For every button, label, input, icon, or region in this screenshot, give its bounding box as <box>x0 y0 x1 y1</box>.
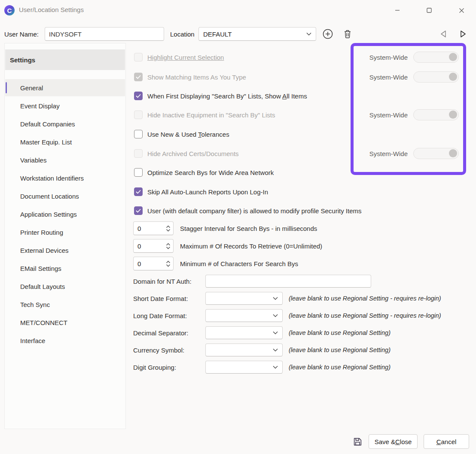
titlebar: C User/Location Settings <box>0 0 476 21</box>
system-wide-toggle-1[interactable] <box>413 52 459 63</box>
close-icon <box>459 8 464 13</box>
nav-next-button[interactable] <box>458 29 468 39</box>
long-date-format-select[interactable] <box>205 309 283 322</box>
checkbox-optimize-search-bys[interactable] <box>134 168 143 177</box>
cancel-button[interactable]: Cancel <box>424 434 469 449</box>
option-row-optimize-search-bys: Optimize Search Bys for Wide Area Networ… <box>134 167 274 178</box>
close-button[interactable] <box>452 3 471 17</box>
system-wide-row-2: System-Wide <box>357 71 459 83</box>
toggle-knob <box>449 149 457 157</box>
digit-grouping-select[interactable] <box>205 361 283 374</box>
sidebar-item-interface[interactable]: Interface <box>5 332 125 349</box>
max-records-spinner[interactable]: 0 <box>133 239 174 253</box>
system-wide-toggle-3[interactable] <box>413 109 459 120</box>
regional-setting-hint: (leave blank to use Regional Setting - r… <box>289 312 441 319</box>
regional-setting-hint: (leave blank to use Regional Setting) <box>289 329 391 336</box>
toggle-knob <box>449 110 457 119</box>
sidebar-item-printer-routing[interactable]: Printer Routing <box>5 224 125 241</box>
spinner-up-icon[interactable] <box>166 225 171 228</box>
location-select[interactable]: DEFAULT <box>198 27 316 41</box>
maximize-button[interactable] <box>420 3 439 17</box>
system-wide-label: System-Wide <box>369 54 408 61</box>
delete-location-button[interactable] <box>343 28 352 40</box>
toggle-knob <box>449 73 457 81</box>
spinner-up-icon[interactable] <box>166 243 171 246</box>
checkbox-skip-auto-launch-reports[interactable] <box>134 187 143 196</box>
save-icon-button[interactable] <box>351 436 363 448</box>
short-date-format-label: Short Date Format: <box>133 295 205 302</box>
long-date-format-label: Long Date Format: <box>133 312 205 319</box>
spinner-down-icon[interactable] <box>166 264 171 267</box>
option-label: Skip All Auto-Launch Reports Upon Log-In <box>147 188 268 196</box>
min-characters-spinner[interactable]: 0 <box>133 257 174 270</box>
check-icon <box>136 190 141 194</box>
short-date-format-select[interactable] <box>205 292 283 305</box>
sidebar-item-email-settings[interactable]: EMail Settings <box>5 260 125 277</box>
sidebar-item-met-connect[interactable]: MET/CONNECT <box>5 314 125 331</box>
checkbox-show-all-items[interactable] <box>134 92 143 100</box>
user-name-input[interactable] <box>45 27 164 41</box>
checkbox-hide-inactive-equipment[interactable] <box>134 110 143 119</box>
sidebar-item-default-companies[interactable]: Default Companies <box>5 115 125 132</box>
regional-setting-hint: (leave blank to use Regional Setting) <box>289 347 391 353</box>
sidebar-item-workstation-identifiers[interactable]: Workstation Identifiers <box>5 169 125 187</box>
chevron-down-icon <box>273 314 278 317</box>
option-label: Optimize Search Bys for Wide Area Networ… <box>147 169 274 176</box>
stagger-interval-spinner[interactable]: 0 <box>133 221 174 235</box>
checkbox-highlight-current-selection[interactable] <box>134 53 143 61</box>
option-row-hide-archived-certs: Hide Archived Certs/Documents <box>134 148 239 159</box>
sidebar-item-tech-sync[interactable]: Tech Sync <box>5 296 125 313</box>
sidebar-item-document-locations[interactable]: Document Locations <box>5 187 125 205</box>
domain-nt-auth-row: Domain for NT Auth: <box>133 274 371 288</box>
sidebar-item-master-equip-list[interactable]: Master Equip. List <box>5 133 125 150</box>
save-floppy-icon <box>352 436 363 447</box>
checkbox-use-new-used-tolerances[interactable] <box>134 130 143 138</box>
spinner-down-icon[interactable] <box>166 229 171 232</box>
option-row-use-new-used-tolerances: Use New & Used Tolerances <box>134 129 229 139</box>
currency-symbol-row: Currency Symbol: (leave blank to use Reg… <box>133 343 391 357</box>
system-wide-row-4: System-Wide <box>357 148 459 159</box>
spinner-value: 0 <box>137 242 166 250</box>
domain-nt-auth-input[interactable] <box>205 275 371 288</box>
add-location-button[interactable] <box>322 28 333 40</box>
location-label: Location <box>170 31 195 38</box>
spinner-label: Minimum # of Characters For Search Bys <box>180 260 298 267</box>
chevron-down-icon <box>273 365 278 369</box>
checkbox-show-matching-items[interactable] <box>134 73 143 81</box>
short-date-format-row: Short Date Format: (leave blank to use R… <box>133 291 441 305</box>
check-icon <box>136 94 141 98</box>
option-row-highlight-current-selection: Highlight Current Selection <box>134 52 224 62</box>
regional-setting-hint: (leave blank to use Regional Setting) <box>289 364 391 371</box>
save-close-button[interactable]: Save & Close <box>369 434 418 449</box>
option-row-show-all-items: When First Displaying "Search By" Lists,… <box>134 91 307 101</box>
sidebar-item-general[interactable]: General <box>5 79 125 96</box>
sidebar-item-default-layouts[interactable]: Default Layouts <box>5 278 125 295</box>
decimal-separator-select[interactable] <box>205 326 283 339</box>
settings-sidebar: Settings General Event Display Default C… <box>4 43 126 429</box>
system-wide-toggle-4[interactable] <box>413 148 459 159</box>
sidebar-item-variables[interactable]: Variables <box>5 151 125 169</box>
spinner-value: 0 <box>137 260 166 267</box>
toggle-knob <box>449 53 457 61</box>
sidebar-item-application-settings[interactable]: Application Settings <box>5 206 125 223</box>
system-wide-row-3: System-Wide <box>357 109 459 120</box>
checkbox-modify-security-items[interactable] <box>134 206 143 215</box>
sidebar-item-external-devices[interactable]: External Devices <box>5 242 125 259</box>
system-wide-label: System-Wide <box>369 111 408 119</box>
plus-circle-icon <box>322 28 333 40</box>
spinner-down-icon[interactable] <box>166 246 171 249</box>
chevron-down-icon <box>273 297 278 300</box>
minimize-button[interactable] <box>388 3 407 17</box>
check-icon <box>136 209 141 213</box>
sidebar-item-event-display[interactable]: Event Display <box>5 97 125 114</box>
nav-previous-button[interactable] <box>438 29 449 39</box>
location-select-value: DEFAULT <box>203 31 306 38</box>
system-wide-label: System-Wide <box>369 150 408 157</box>
currency-symbol-label: Currency Symbol: <box>133 347 205 354</box>
system-wide-toggle-2[interactable] <box>413 71 459 83</box>
stagger-interval-row: 0 Stagger Interval for Search Bys - in m… <box>133 221 317 235</box>
sidebar-header: Settings <box>5 49 125 70</box>
checkbox-hide-archived-certs[interactable] <box>134 149 143 158</box>
currency-symbol-select[interactable] <box>205 344 283 356</box>
spinner-up-icon[interactable] <box>166 261 171 264</box>
